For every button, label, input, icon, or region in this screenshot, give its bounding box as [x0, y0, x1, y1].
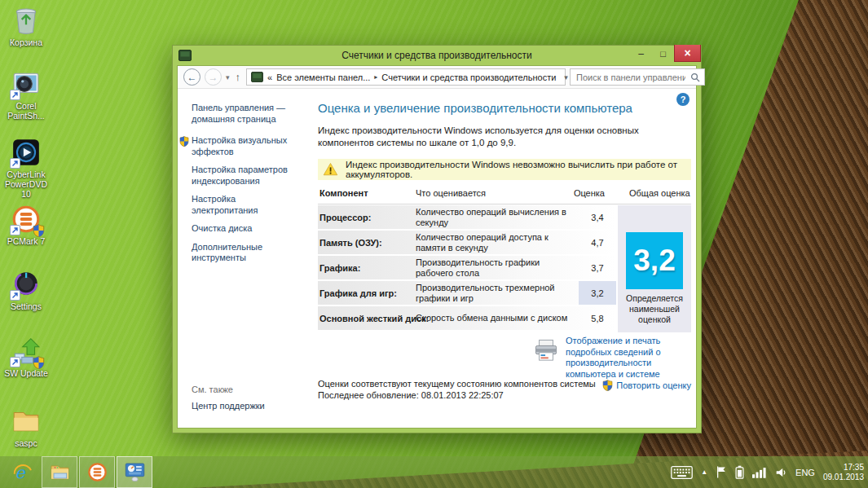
taskbar-pcmark-button[interactable] — [79, 456, 115, 488]
base-score-panel: 3,2 Определяется наименьшей оценкой — [618, 205, 691, 332]
taskbar-file-explorer-button[interactable] — [42, 456, 77, 488]
shortcut-arrow-icon — [10, 290, 20, 301]
component-description: Скорость обмена данными с диском — [416, 306, 575, 330]
breadcrumb-prefix: « — [267, 73, 272, 82]
desktop-icon-powerdvd[interactable]: CyberLink PowerDVD 10 — [2, 137, 51, 199]
col-header-score: Оценка — [562, 188, 605, 198]
taskbar-clock[interactable]: 17:35 09.01.2013 — [823, 463, 864, 482]
warning-text: Индекс производительности Windows невозм… — [346, 160, 691, 179]
sidebar-item-advanced-tools[interactable]: Дополнительные инструменты — [192, 242, 304, 264]
rerun-assessment-link[interactable]: Повторить оценку — [602, 380, 691, 391]
breadcrumb-current[interactable]: Счетчики и средства производительности — [381, 73, 556, 82]
sidebar-item-action-center[interactable]: Центр поддержки — [192, 401, 265, 411]
main-pane: ? Оценка и увеличение производительности… — [318, 89, 691, 428]
sidebar-item-indexing-options[interactable]: Настройка параметров индексирования — [192, 165, 304, 187]
desktop-icon-recycle-bin[interactable]: Корзина — [2, 5, 51, 47]
component-name: Графика: — [319, 256, 360, 279]
taskbar: e — [0, 456, 868, 488]
window-titlebar[interactable]: Счетчики и средства производительности –… — [177, 46, 697, 65]
sidebar-item-label: Дополнительные инструменты — [192, 242, 262, 263]
printer-icon — [533, 339, 559, 362]
battery-icon[interactable] — [735, 465, 744, 479]
volume-icon[interactable] — [775, 467, 787, 478]
sidebar-item-label: Настройка электропитания — [192, 194, 258, 215]
show-hidden-icons-button[interactable]: ▲ — [701, 468, 707, 476]
internet-explorer-icon: e — [11, 461, 33, 483]
sidebar-item-home[interactable]: Панель управления — домашняя страница — [192, 103, 299, 125]
language-indicator[interactable]: ENG — [795, 468, 815, 477]
uac-shield-icon — [602, 380, 613, 391]
up-button[interactable]: ↑ — [236, 71, 241, 83]
folder-icon — [11, 406, 42, 437]
component-score: 3,4 — [579, 205, 616, 229]
file-explorer-icon — [49, 461, 71, 483]
sidebar-item-label: Настройка визуальных эффектов — [192, 135, 287, 156]
taskbar-performance-tools-button[interactable] — [117, 456, 152, 488]
desktop-icon-saspc-folder[interactable]: saspc — [2, 406, 51, 448]
table-row-memory: Память (ОЗУ): Количество операций доступ… — [318, 231, 616, 254]
desktop-icon-settings[interactable]: Settings — [2, 269, 51, 311]
status-text: Оценки соответствуют текущему состоянию … — [318, 379, 596, 401]
powerdvd-icon — [11, 137, 42, 168]
settings-knob-icon — [11, 269, 42, 300]
network-signal-icon[interactable] — [752, 467, 767, 478]
uac-shield-icon — [33, 224, 45, 237]
status-line-1: Оценки соответствуют текущему состоянию … — [318, 379, 596, 390]
sidebar-item-label: Очистка диска — [192, 223, 252, 233]
col-header-base-score: Общая оценка — [629, 188, 690, 198]
address-app-icon — [251, 72, 263, 82]
breadcrumb-parent[interactable]: Все элементы панел... — [276, 73, 370, 82]
table-row-graphics: Графика: Производительность графики рабо… — [318, 256, 616, 279]
desktop-icon-label: PCMark 7 — [2, 236, 51, 246]
sidebar: Панель управления — домашняя страница На… — [178, 89, 318, 428]
component-name: Память (ОЗУ): — [319, 231, 382, 254]
action-center-flag-icon[interactable] — [716, 465, 727, 479]
desktop-icon-sw-update[interactable]: SW Update — [2, 336, 51, 378]
corel-paintshop-icon — [11, 68, 42, 99]
sidebar-item-visual-effects[interactable]: Настройка визуальных эффектов — [192, 135, 304, 157]
score-table: Процессор: Количество операций вычислени… — [318, 205, 691, 332]
touch-keyboard-icon[interactable] — [671, 466, 693, 479]
base-score-caption: Определяется наименьшей оценкой — [619, 293, 690, 325]
page-description: Индекс производительности Windows исполь… — [318, 125, 684, 148]
uac-shield-icon — [33, 356, 45, 369]
base-score-value: 3,2 — [626, 232, 683, 289]
forward-button[interactable]: → — [205, 68, 222, 86]
minimize-button[interactable]: – — [630, 45, 652, 62]
print-details-link[interactable]: Отображение и печать подробных сведений … — [533, 336, 691, 380]
component-description: Производительность графики рабочего стол… — [416, 256, 575, 279]
maximize-button[interactable]: □ — [652, 45, 674, 62]
status-line-2: Последнее обновление: 08.01.2013 22:25:0… — [318, 390, 596, 402]
clock-time: 17:35 — [844, 463, 864, 473]
help-button[interactable]: ? — [676, 93, 690, 106]
performance-tools-icon — [124, 461, 146, 483]
address-dropdown-icon[interactable]: ▾ — [564, 73, 568, 81]
desktop-icon-label: saspc — [2, 438, 51, 448]
desktop-icon-pcmark7[interactable]: PCMark 7 — [2, 204, 51, 246]
search-icon — [690, 73, 700, 82]
see-also-heading: См. также — [192, 385, 233, 394]
component-description: Количество операций доступа к памяти в с… — [416, 231, 575, 254]
warning-icon — [323, 162, 338, 177]
component-name: Графика для игр: — [319, 281, 397, 305]
shortcut-arrow-icon — [10, 357, 20, 367]
sidebar-item-disk-cleanup[interactable]: Очистка диска — [192, 223, 304, 235]
sidebar-item-power-settings[interactable]: Настройка электропитания — [192, 194, 304, 216]
print-details-link-text[interactable]: Отображение и печать подробных сведений … — [566, 336, 691, 380]
search-box[interactable] — [570, 68, 705, 86]
search-input[interactable] — [575, 72, 687, 83]
sw-update-icon — [11, 336, 42, 367]
address-bar[interactable]: « Все элементы панел... ▸ Счетчики и сре… — [246, 68, 566, 86]
component-description: Количество операций вычисления в секунду — [416, 205, 575, 229]
desktop-icon-corel-paintshop[interactable]: Corel PaintSh... — [2, 68, 51, 121]
history-dropdown-icon[interactable]: ▾ — [226, 73, 230, 81]
desktop-icon-label: Корзина — [2, 37, 51, 47]
component-score: 3,7 — [579, 256, 616, 279]
pcmark-icon — [86, 461, 108, 483]
window-title: Счетчики и средства производительности — [177, 50, 697, 61]
taskbar-internet-explorer-button[interactable]: e — [4, 456, 40, 488]
close-button[interactable]: × — [674, 45, 701, 62]
back-button[interactable]: ← — [183, 68, 200, 86]
rerun-assessment-link-text[interactable]: Повторить оценку — [616, 380, 691, 390]
clock-date: 09.01.2013 — [823, 473, 864, 482]
